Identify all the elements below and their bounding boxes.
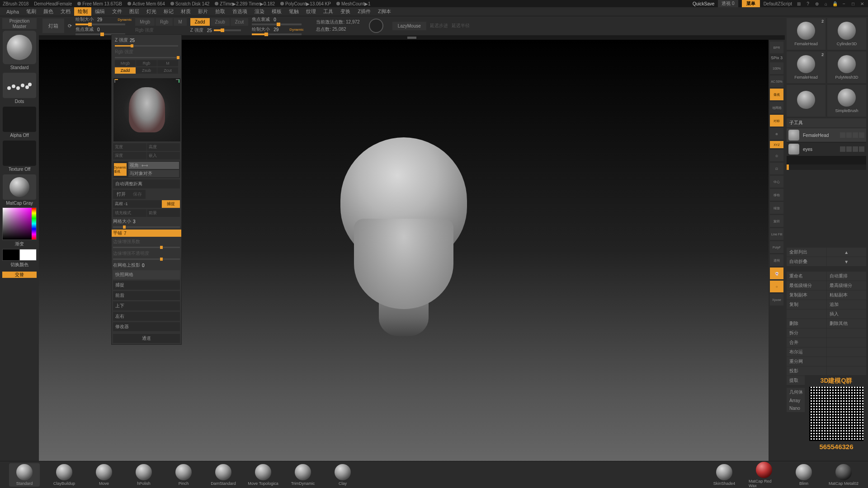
ghost-button[interactable]: 👻 [770,267,783,279]
menu-button[interactable]: 菜单 [742,0,760,7]
shelf-brush[interactable]: Pinch [168,464,199,486]
subtool-action-button[interactable]: 重命名 [787,272,826,281]
move-button[interactable]: 移动 [770,189,783,201]
popup-mode-zsub[interactable]: Zsub [136,67,157,74]
subtool-item[interactable]: FemaleHead [787,128,866,142]
polyf-button[interactable]: PolyF [770,241,783,253]
shelf-material[interactable]: MatCap Red Wax [749,462,779,488]
brush-selector[interactable] [3,31,36,64]
shelf-brush[interactable]: ClayBuildup [49,464,80,486]
linefill-button[interactable]: Line Fill [770,228,783,240]
pin-icon[interactable]: ⊕ [814,0,820,7]
subtool-action-button[interactable] [827,338,867,347]
subtool-flag-icon[interactable] [853,146,858,152]
menu-z插件[interactable]: Z插件 [354,7,374,16]
help-icon[interactable]: ? [805,0,811,7]
snap-button[interactable]: 捕捉 [162,200,180,208]
menu-材质[interactable]: 材质 [177,7,194,16]
close-icon[interactable]: ✕ [859,0,865,7]
snapshot-mesh-button[interactable]: 快照网格 [113,270,180,279]
subtool-action-button[interactable] [827,357,867,366]
popup-mode-zcut[interactable]: Zcut [157,67,178,74]
menu-文档[interactable]: 文档 [57,7,74,16]
subtool-action-button[interactable]: 重分网 [787,357,826,366]
subtool-action-button[interactable]: 合并 [787,338,826,347]
lightbox-button[interactable]: 灯箱 [42,19,64,33]
transparent-button[interactable]: 透明 [770,254,783,266]
gyro-widget[interactable] [369,19,383,33]
tool-tile[interactable] [787,85,826,117]
alpha-selector[interactable] [3,107,36,132]
down-arrow-icon[interactable]: ▼ [827,257,867,266]
shelf-brush[interactable]: DamStandard [208,464,239,486]
material-selector[interactable] [3,174,36,200]
menu-颜色[interactable]: 颜色 [40,7,57,16]
save-button[interactable]: 保存 [129,190,146,199]
draw-size2-slider[interactable] [252,33,302,35]
subtool-flag-icon[interactable] [840,146,845,152]
subtool-action-button[interactable] [787,310,826,319]
subtool-action-button[interactable] [827,347,867,357]
center-view-button[interactable]: 中心 [770,176,783,188]
menu-灯光[interactable]: 灯光 [143,7,160,16]
subtool-flag-icon[interactable] [853,132,858,138]
rgb-int-slider[interactable] [115,57,178,58]
subtool-action-button[interactable]: 拆分 [787,328,826,338]
lock-icon[interactable]: 🔒 [832,0,838,7]
subtool-flag-icon[interactable] [859,132,864,138]
menu-alpha[interactable]: Alpha [3,8,23,15]
edge-enhance-slider[interactable] [113,247,180,248]
menu-首选项[interactable]: 首选项 [229,7,251,16]
rotate-button[interactable]: 旋转 [770,215,783,227]
subtool-action-button[interactable] [827,328,867,338]
lazymouse-toggle[interactable]: LazyMouse [392,22,426,30]
popup-mode-mrgb[interactable]: Mrgb [115,60,136,66]
menu-模板[interactable]: 模板 [268,7,285,16]
open-button[interactable]: 打开 [113,190,129,199]
menu-变换[interactable]: 变换 [337,7,354,16]
menu-渲染[interactable]: 渲染 [251,7,268,16]
subtool-action-button[interactable]: 复制副本 [787,291,826,300]
menu-z脚本[interactable]: Z脚本 [374,7,395,16]
left-right-button[interactable]: 左右 [113,312,180,321]
scale-button[interactable]: 缩放 [770,202,783,214]
menu-图层[interactable]: 图层 [126,7,143,16]
symmetry-button[interactable]: 对称 [770,115,783,127]
subtool-action-button[interactable]: 自动重排 [827,272,867,281]
draw-size-slider[interactable] [75,23,125,25]
menu-纹理[interactable]: 纹理 [302,7,320,16]
shelf-material[interactable]: SkinShade4 [709,464,740,486]
channel-section[interactable]: 通道 [113,334,180,343]
texture-selector[interactable] [3,141,36,166]
subtool-action-button[interactable]: 投影 [787,366,826,375]
mode-rgb[interactable]: Rgb [156,18,173,26]
local-sym-button[interactable]: ⊕ [770,128,783,140]
home-icon[interactable]: ⌂ [823,0,829,7]
saturation-area[interactable] [3,208,32,239]
shelf-material[interactable]: Blinn [788,464,819,486]
subtool-header[interactable]: 子工具 [787,118,866,127]
tool-tile[interactable]: Cylinder3D [827,18,866,50]
auto-collapse-button[interactable]: 自动折叠 [787,257,826,266]
perspective-toggle[interactable]: 透视 0 [718,0,738,7]
hue-strip[interactable] [32,208,36,239]
subtool-flag-icon[interactable] [859,146,864,152]
subtool-action-button[interactable] [827,366,867,375]
tool-tile[interactable]: PolyMesh3D [827,52,866,83]
menu-拾取[interactable]: 拾取 [212,7,229,16]
menu-影片[interactable]: 影片 [194,7,212,16]
subtool-item[interactable]: eyes [787,142,866,156]
dynamic-view-icon[interactable]: Dynamic 毫视 [114,163,127,176]
zscript-label[interactable]: DefaultZScript [764,1,792,6]
subtool-flag-icon[interactable] [840,132,845,138]
z-intensity-slider[interactable] [214,29,241,31]
mode-zadd[interactable]: Zadd [190,18,210,26]
shelf-brush[interactable]: Standard [9,463,40,487]
subtool-action-button[interactable]: 追加 [827,300,867,309]
ac50-button[interactable]: AC:50% [770,75,783,87]
subtool-action-button[interactable]: 插入 [827,310,867,319]
dynamic-view-button[interactable]: 毫视 [770,89,783,100]
layout-icon[interactable]: ⊞ [796,0,802,7]
edge-opacity-slider[interactable] [113,258,180,260]
shelf-brush[interactable]: TrimDynamic [288,464,318,486]
